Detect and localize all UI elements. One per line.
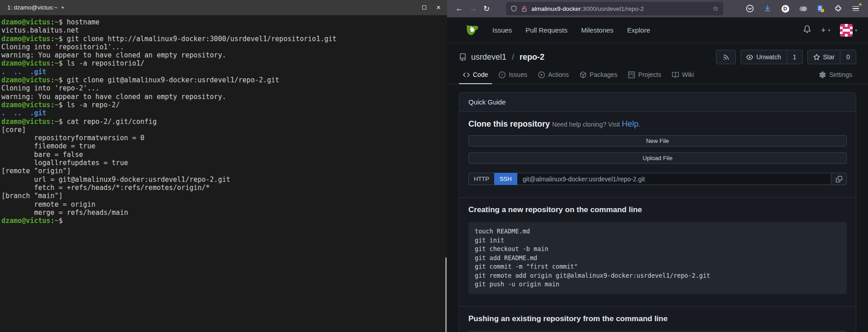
terminal-line: dzamo@victus:~$ cat repo-2/.git/config bbox=[1, 118, 445, 126]
terminal-menu-caret-icon[interactable]: ▾ bbox=[62, 5, 64, 10]
nav-link-milestones[interactable]: Milestones bbox=[581, 26, 614, 34]
pocket-icon[interactable] bbox=[745, 4, 755, 14]
clone-url-row: HTTP SSH bbox=[468, 173, 847, 185]
browser-window: ← → ↻ almalinux9-docker:3000/usrdevel1/r… bbox=[447, 0, 868, 332]
new-file-button[interactable]: New File bbox=[468, 135, 847, 147]
notifications-bell-icon[interactable] bbox=[803, 25, 811, 35]
clone-url-input[interactable] bbox=[517, 173, 831, 185]
nav-link-explore[interactable]: Explore bbox=[627, 26, 650, 34]
code-icon bbox=[463, 71, 470, 78]
repo-name-link[interactable]: repo-2 bbox=[520, 52, 544, 62]
url-bar[interactable]: almalinux9-docker:3000/usrdevel1/repo-2 … bbox=[506, 2, 723, 15]
star-button[interactable]: Star bbox=[808, 50, 840, 64]
terminal-line: warning: You appear to have cloned an em… bbox=[1, 51, 445, 59]
darkreader-icon[interactable]: D bbox=[780, 4, 790, 14]
gear-icon bbox=[819, 71, 826, 78]
terminal-line: dzamo@victus:~$ ls -a repositorio1/ bbox=[1, 59, 445, 67]
http-toggle[interactable]: HTTP bbox=[468, 173, 494, 185]
forward-icon[interactable]: → bbox=[466, 2, 480, 15]
upload-file-button[interactable]: Upload File bbox=[468, 152, 847, 164]
gitea-nav-links: IssuesPull RequestsMilestonesExplore bbox=[492, 26, 650, 34]
terminal-line: merge = refs/heads/main bbox=[1, 209, 445, 217]
watch-button-group: Unwatch 1 bbox=[740, 50, 802, 64]
terminal-line: . .. .git bbox=[1, 109, 445, 117]
menu-icon[interactable] bbox=[851, 4, 861, 14]
create-new-button[interactable]: + ▾ bbox=[821, 25, 830, 35]
close-icon[interactable]: × bbox=[436, 4, 441, 11]
terminal-line: dzamo@victus:~$ git clone http://almalin… bbox=[1, 35, 445, 43]
help-link[interactable]: Help bbox=[622, 119, 639, 128]
url-path: :3000/usrdevel1/repo-2 bbox=[581, 5, 644, 12]
terminal-line: repositoryformatversion = 0 bbox=[1, 134, 445, 142]
translate-doc-icon[interactable] bbox=[816, 4, 825, 14]
repo-tabs: CodeIssuesActionsPackagesProjectsWiki Se… bbox=[459, 66, 856, 84]
code-block-push bbox=[468, 331, 847, 332]
url-domain: almalinux9-docker bbox=[531, 5, 581, 12]
url-text[interactable]: almalinux9-docker:3000/usrdevel1/repo-2 bbox=[531, 5, 709, 12]
tab-packages[interactable]: Packages bbox=[576, 66, 621, 84]
tab-wiki[interactable]: Wiki bbox=[668, 66, 698, 84]
tab-code[interactable]: Code bbox=[459, 66, 492, 84]
terminal-scrollbar[interactable] bbox=[445, 257, 447, 332]
star-label: Star bbox=[823, 53, 835, 61]
package-icon bbox=[580, 71, 587, 78]
containers-icon[interactable] bbox=[798, 4, 808, 14]
rss-button[interactable] bbox=[716, 50, 736, 64]
unwatch-button[interactable]: Unwatch bbox=[741, 50, 786, 64]
terminal-line: Cloning into 'repositorio1'... bbox=[1, 43, 445, 51]
terminal-line: url = git@almalinux9-docker:usrdevel1/re… bbox=[1, 175, 445, 184]
terminal-title: 1: dzamo@victus:~ bbox=[7, 4, 57, 11]
menu-update-badge bbox=[858, 3, 862, 5]
terminal-line: Cloning into 'repo-2'... bbox=[1, 84, 445, 92]
terminal-line: dzamo@victus:~$ git clone git@almalinux9… bbox=[1, 76, 445, 84]
terminal-line: [core] bbox=[1, 126, 445, 134]
tab-settings[interactable]: Settings bbox=[815, 66, 856, 84]
gitea-navbar: IssuesPull RequestsMilestonesExplore + ▾ bbox=[447, 18, 868, 43]
copy-url-button[interactable] bbox=[831, 173, 847, 185]
tab-actions[interactable]: Actions bbox=[534, 66, 573, 84]
terminal-line: logallrefupdates = true bbox=[1, 159, 445, 167]
download-icon[interactable] bbox=[763, 4, 773, 14]
user-menu[interactable]: ▾ bbox=[840, 24, 857, 37]
user-menu-caret-icon: ▾ bbox=[855, 28, 857, 33]
restore-icon[interactable] bbox=[422, 5, 426, 9]
copy-icon bbox=[836, 176, 842, 182]
nav-link-pull-requests[interactable]: Pull Requests bbox=[525, 26, 568, 34]
terminal-line: filemode = true bbox=[1, 142, 445, 150]
ssh-toggle[interactable]: SSH bbox=[494, 173, 517, 185]
rss-icon bbox=[723, 54, 730, 61]
terminal-line: victus.balaitus.net bbox=[1, 26, 445, 34]
reload-icon[interactable]: ↻ bbox=[480, 2, 493, 15]
tab-issues[interactable]: Issues bbox=[495, 66, 531, 84]
watchers-count[interactable]: 1 bbox=[787, 50, 802, 64]
terminal-line: dzamo@victus:~$ ls -a repo-2/ bbox=[1, 101, 445, 109]
shield-icon bbox=[510, 5, 517, 12]
terminal-titlebar[interactable]: 1: dzamo@victus:~ ▾ × bbox=[0, 0, 447, 15]
code-line: touch README.md bbox=[475, 227, 840, 236]
insecure-lock-icon[interactable] bbox=[521, 5, 528, 12]
tab-projects[interactable]: Projects bbox=[624, 66, 665, 84]
issue-icon bbox=[499, 71, 506, 78]
nav-link-issues[interactable]: Issues bbox=[492, 26, 512, 34]
terminal-line: . .. .git bbox=[1, 68, 445, 76]
repo-tabs-bar: CodeIssuesActionsPackagesProjectsWiki Se… bbox=[447, 66, 868, 84]
bookmark-star-icon[interactable]: ☆ bbox=[713, 5, 719, 13]
gitea-page: IssuesPull RequestsMilestonesExplore + ▾ bbox=[447, 18, 868, 332]
terminal-window[interactable]: 1: dzamo@victus:~ ▾ × dzamo@victus:~$ ho… bbox=[0, 0, 447, 332]
terminal-line: bare = false bbox=[1, 151, 445, 159]
play-icon bbox=[538, 71, 545, 78]
repo-header: usrdevel1 / repo-2 Unwatch bbox=[459, 48, 856, 66]
terminal-output[interactable]: dzamo@victus:~$ hostnamevictus.balaitus.… bbox=[0, 15, 447, 225]
create-repo-heading: Creating a new repository on the command… bbox=[468, 205, 847, 214]
gitea-logo[interactable] bbox=[465, 23, 479, 38]
code-line: git remote add origin git@almalinux9-doc… bbox=[475, 271, 840, 280]
divider bbox=[459, 197, 856, 198]
code-line: git push -u origin main bbox=[475, 280, 840, 289]
push-repo-heading: Pushing an existing repository from the … bbox=[468, 314, 847, 323]
back-icon[interactable]: ← bbox=[453, 2, 466, 15]
code-line: git add README.md bbox=[475, 254, 840, 263]
stars-count[interactable]: 0 bbox=[840, 50, 856, 64]
code-line: git checkout -b main bbox=[475, 245, 840, 254]
repo-owner-link[interactable]: usrdevel1 bbox=[471, 52, 506, 62]
extension-icon[interactable] bbox=[833, 4, 843, 14]
